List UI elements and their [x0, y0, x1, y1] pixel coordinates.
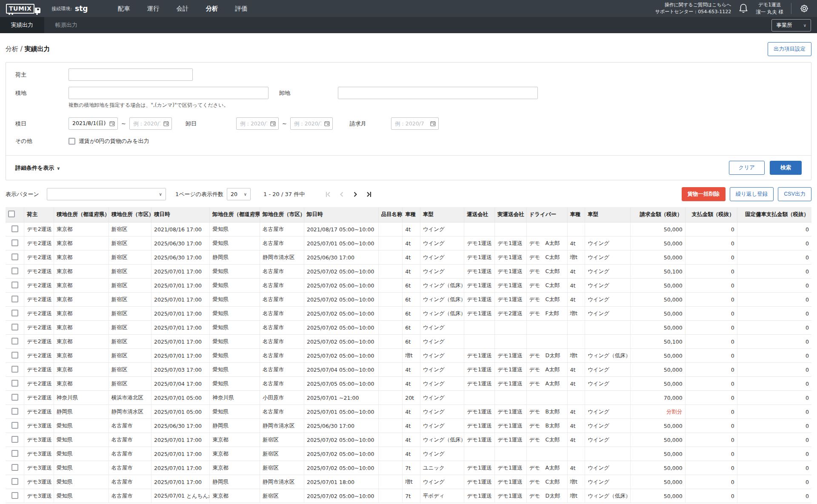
row-checkbox[interactable]: [11, 408, 18, 415]
cell-shipper: デモ2運送: [24, 363, 54, 377]
zero-fare-checkbox-label[interactable]: 運賃が0円の貨物のみを出力: [79, 137, 149, 145]
tab-chouhyou-output[interactable]: 帳票出力: [44, 17, 89, 33]
detail-conditions-toggle[interactable]: 詳細条件を表示∨: [15, 164, 60, 172]
breadcrumb-section[interactable]: 分析: [6, 45, 18, 53]
last-page-icon[interactable]: [365, 191, 373, 198]
load-date-from-input[interactable]: [69, 117, 118, 130]
cell-vehicle-type-2: [585, 335, 630, 349]
settings-gear-icon[interactable]: [799, 3, 809, 14]
user-name: 濵一 丸夫 様: [756, 9, 783, 16]
row-checkbox[interactable]: [11, 492, 18, 499]
repeat-register-button[interactable]: 繰り返し登録: [730, 187, 774, 201]
cell-load-city: 新宿区: [109, 321, 151, 335]
output-settings-button[interactable]: 出力項目設定: [768, 42, 811, 56]
row-checkbox[interactable]: [11, 422, 18, 429]
cell-load-datetime: 2025/07/01 17:00: [151, 279, 210, 293]
cell-unload-datetime: 2025/07/02 05:00~10:00: [304, 349, 378, 363]
row-checkbox[interactable]: [11, 253, 18, 260]
cell-vehicle-type: ウイング: [420, 363, 464, 377]
cell-payment-amount: 0: [685, 475, 737, 489]
row-checkbox[interactable]: [11, 338, 18, 345]
unload-date-from-input[interactable]: [236, 117, 279, 130]
table-row: デモ3運送愛知県名古屋市2025/07/01 とんちんかん東京都新宿区2025/…: [6, 489, 811, 503]
tab-jisseki-output[interactable]: 実績出力: [0, 17, 44, 33]
row-checkbox[interactable]: [11, 352, 18, 359]
cell-vehicle-type: ウィング（低床）: [420, 293, 464, 307]
nav-item-bunseki[interactable]: 分析: [206, 5, 218, 13]
row-checkbox[interactable]: [11, 310, 18, 316]
page-size-select[interactable]: 20 ∨: [227, 188, 251, 200]
notification-bell-icon[interactable]: [739, 3, 748, 14]
cell-payment-amount: 0: [685, 349, 737, 363]
cell-payment-amount: 0: [685, 321, 737, 335]
row-checkbox[interactable]: [11, 478, 18, 485]
bulk-delete-button[interactable]: 貨物一括削除: [682, 187, 726, 201]
cell-unload-datetime: 2025/07/02 05:00~10:00: [304, 307, 378, 321]
cell-billing-amount: 50,000: [630, 447, 685, 461]
cell-unload-pref: 愛知県: [210, 405, 260, 419]
row-checkbox[interactable]: [11, 268, 18, 274]
row-checkbox[interactable]: [11, 225, 18, 232]
user-info[interactable]: デモ1運送 濵一 丸夫 様: [756, 1, 783, 16]
csv-export-button[interactable]: CSV出力: [778, 187, 811, 201]
nav-item-unkou[interactable]: 運行: [147, 5, 160, 13]
prev-page-icon[interactable]: [338, 191, 346, 198]
cell-unload-city: 名古屋市: [260, 279, 304, 293]
cell-load-city: 新宿区: [109, 279, 151, 293]
zero-fare-checkbox[interactable]: [69, 138, 75, 145]
nav-item-haisha[interactable]: 配車: [118, 5, 130, 13]
row-checkbox[interactable]: [11, 380, 18, 387]
cell-vehicle-type: ウイング: [420, 475, 464, 489]
cell-vehicle-type-2: ウイング: [585, 363, 630, 377]
unload-date-to: [290, 117, 333, 130]
search-button[interactable]: 検索: [770, 161, 802, 175]
load-date-to-input[interactable]: [129, 117, 172, 130]
next-page-icon[interactable]: [351, 191, 359, 198]
cell-unload-pref: 愛知県: [210, 265, 260, 279]
unload-date-to-input[interactable]: [290, 117, 333, 130]
tumix-logo[interactable]: TUMIX: [6, 4, 40, 14]
chevron-down-icon: ∨: [57, 166, 60, 171]
row-checkbox[interactable]: [11, 282, 18, 288]
cell-fixed-charter-amount: 0: [737, 307, 811, 321]
cell-fixed-charter-amount: 0: [737, 419, 811, 433]
row-checkbox[interactable]: [11, 296, 18, 302]
row-checkbox[interactable]: [11, 464, 18, 471]
display-pattern-select[interactable]: ∨: [47, 188, 166, 200]
office-select[interactable]: 事業所 ∨: [771, 19, 811, 31]
place-input-hint: 複数の積地卸地を指定する場合は、",(カンマ)"で区切ってください。: [69, 102, 802, 109]
cell-shipper: デモ2運送: [24, 321, 54, 335]
row-checkbox[interactable]: [11, 394, 18, 401]
row-checkbox[interactable]: [11, 239, 18, 246]
clear-button[interactable]: クリア: [729, 161, 765, 175]
table-row: デモ2運送東京都新宿区2025/07/01 17:00愛知県名古屋市2025/0…: [6, 307, 811, 321]
cell-item-name: [378, 489, 403, 503]
first-page-icon[interactable]: [324, 191, 332, 198]
cell-unload-city: 名古屋市: [260, 349, 304, 363]
nav-item-hyouka[interactable]: 評価: [235, 5, 248, 13]
cell-item-name: [378, 222, 403, 236]
cell-vehicle-class-2: 4t: [567, 461, 585, 475]
row-checkbox[interactable]: [11, 324, 18, 330]
nav-item-kaikei[interactable]: 会計: [177, 5, 189, 13]
row-checkbox[interactable]: [11, 450, 18, 457]
cell-vehicle-class-2: 4t: [567, 279, 585, 293]
cell-vehicle-type: ウイング: [420, 405, 464, 419]
cell-unload-pref: 神奈川県: [210, 391, 260, 405]
cell-unload-datetime: 2025/07/02 05:00~10:00: [304, 265, 378, 279]
cell-vehicle-class-2: 増t: [567, 251, 585, 265]
unload-place-input[interactable]: [338, 87, 538, 99]
cell-actual-carrier: デモ1運送: [495, 236, 526, 251]
support-line1[interactable]: 操作に関するご質問はこちらへ: [655, 2, 731, 9]
billing-month-input[interactable]: [391, 117, 439, 130]
shipper-input[interactable]: [69, 68, 193, 81]
row-checkbox[interactable]: [11, 436, 18, 443]
row-checkbox[interactable]: [11, 366, 18, 373]
cell-actual-carrier: デモ1運送: [495, 377, 526, 391]
cell-unload-pref: 静岡県: [210, 419, 260, 433]
support-info: 操作に関するご質問はこちらへ サポートセンター：054-653-1122: [655, 2, 731, 16]
load-place-input[interactable]: [69, 87, 269, 99]
cell-payment-amount: 0: [685, 363, 737, 377]
cell-load-datetime: 2025/07/03 17:00: [151, 363, 210, 377]
select-all-checkbox[interactable]: [8, 211, 15, 217]
